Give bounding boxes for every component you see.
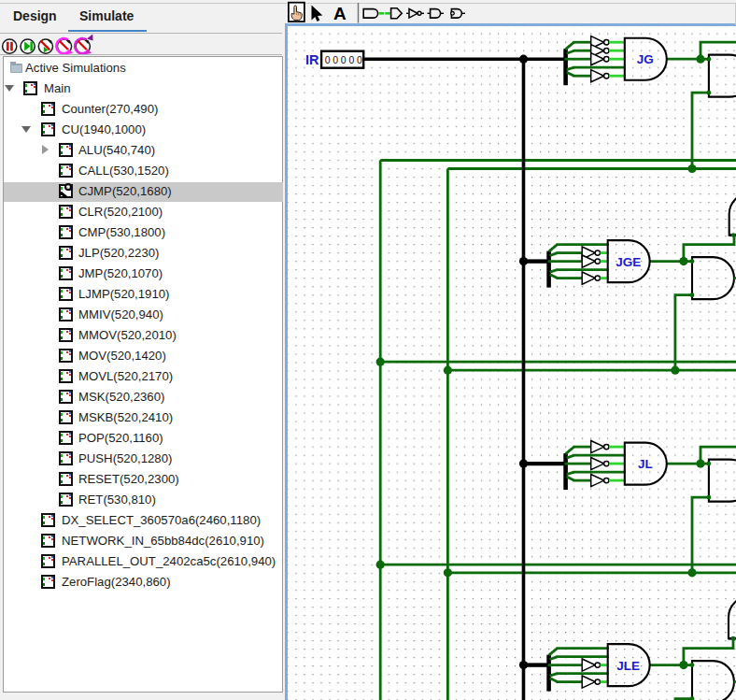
svg-text:IR: IR — [305, 52, 319, 67]
svg-text:JGE: JGE — [616, 254, 641, 268]
svg-text:0: 0 — [348, 55, 354, 65]
svg-text:A: A — [333, 4, 347, 23]
svg-text:JG: JG — [637, 52, 654, 66]
svg-text:0: 0 — [325, 55, 331, 65]
svg-text:JL: JL — [638, 457, 653, 471]
svg-text:JLE: JLE — [616, 658, 640, 672]
svg-text:0: 0 — [341, 55, 347, 65]
svg-text:0: 0 — [357, 55, 362, 65]
svg-text:0: 0 — [333, 55, 338, 65]
